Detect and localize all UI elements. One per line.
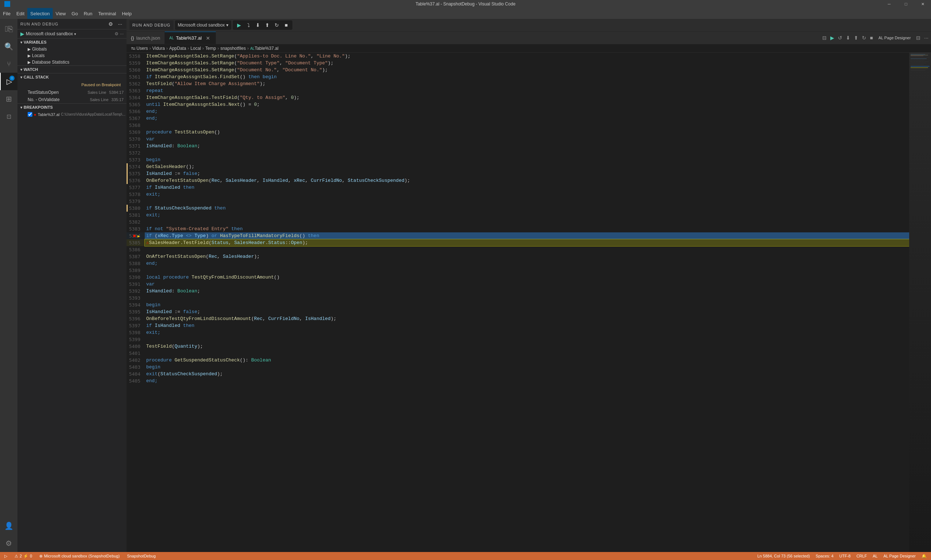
ln-5386: 5386 xyxy=(126,246,145,253)
svg-rect-1 xyxy=(911,54,925,55)
menu-go[interactable]: Go xyxy=(69,8,81,19)
refresh-btn[interactable]: ↺ xyxy=(837,34,843,42)
activity-explorer[interactable]:  ⎘ xyxy=(0,20,17,38)
more-actions-btn[interactable]: ··· xyxy=(923,34,929,42)
breadcrumb-local[interactable]: Local xyxy=(191,46,201,51)
debug-config-dropdown[interactable]: ▾ xyxy=(74,32,76,36)
line-5382: 5382 xyxy=(126,218,909,225)
split-editor-btn[interactable]: ⊟ xyxy=(821,34,828,42)
menu-terminal[interactable]: Terminal xyxy=(95,8,119,19)
panel-layout-btn[interactable]: ⊟ xyxy=(915,34,922,42)
minimize-button[interactable]: ─ xyxy=(881,0,897,8)
al-page-designer-label[interactable]: AL Page Designer xyxy=(876,35,914,40)
editor-content[interactable]: 5358 ItemChargeAsssgntSales.SetRange("Ap… xyxy=(126,53,931,552)
tab-table-al[interactable]: AL Table%37.al ✕ xyxy=(165,32,215,45)
debug-continue-btn[interactable]: ▶ xyxy=(235,21,243,29)
debug-stepout-btn[interactable]: ⬆ xyxy=(263,21,271,29)
window-title: Table%37.al - SnapshotDebug - Visual Stu… xyxy=(415,2,516,6)
line-5361: 5361 if ItemChargeAsssgntSales.FindSet()… xyxy=(126,74,909,80)
status-snapshot-debug[interactable]: SnapshotDebug xyxy=(125,554,157,558)
status-branch[interactable]: ⚠ 2 ⚡ 0 xyxy=(13,554,34,558)
callstack-item-1[interactable]: No. - OnValidate Sales Line 335:17 xyxy=(17,96,126,103)
ln-5382: 5382 xyxy=(126,218,145,225)
breadcrumb-users[interactable]: ⭾ Users xyxy=(131,46,148,51)
menu-selection[interactable]: Selection xyxy=(27,8,52,19)
activity-search[interactable]: 🔍 xyxy=(0,38,17,55)
tab-close-table[interactable]: ✕ xyxy=(205,35,211,42)
tab-launch-json[interactable]: {} launch.json xyxy=(126,32,165,45)
line-5371: 5371 IsHandled: Boolean; xyxy=(126,143,909,149)
status-notifications[interactable]: 🔔 xyxy=(920,554,928,558)
activity-account[interactable]: 👤 xyxy=(0,517,17,535)
ln-5392: 5392 xyxy=(126,288,145,295)
line-5374: 5374 GetSalesHeader(); xyxy=(126,163,909,170)
callstack-line-1: 335:17 xyxy=(111,97,124,102)
menu-view[interactable]: View xyxy=(53,8,69,19)
breadcrumb-filename[interactable]: Table%37.al xyxy=(255,46,278,51)
activity-scm[interactable]: ⑂ xyxy=(0,55,17,73)
ln-5389: 5389 xyxy=(126,267,145,274)
breadcrumb-snapshotfiles[interactable]: snapshotfiles xyxy=(220,46,246,51)
breakpoints-section-header[interactable]: ▾ BREAKPOINTS xyxy=(17,103,126,111)
activity-settings[interactable]: ⚙ xyxy=(0,535,17,552)
step-into-btn[interactable]: ⬇ xyxy=(845,34,851,42)
menu-run[interactable]: Run xyxy=(81,8,95,19)
activity-extensions[interactable]: ⊞ xyxy=(0,90,17,108)
status-eol[interactable]: CRLF xyxy=(855,554,868,558)
debug-config-more[interactable]: ··· xyxy=(120,31,124,36)
restart-btn[interactable]: ↻ xyxy=(861,34,867,42)
globals-item[interactable]: ▶ Globals xyxy=(17,46,126,52)
variables-section-header[interactable]: ▾ VARIABLES xyxy=(17,38,126,46)
step-out-btn[interactable]: ⬆ xyxy=(853,34,859,42)
status-language[interactable]: AL xyxy=(871,554,879,558)
breadcrumb-temp[interactable]: Temp xyxy=(205,46,216,51)
debug-config-settings[interactable]: ⚙ xyxy=(115,31,118,36)
database-stats-item[interactable]: ▶ Database Statistics xyxy=(17,59,126,65)
debug-stepin-btn[interactable]: ⬇ xyxy=(254,21,262,29)
debug-play-btn[interactable]: ▶ xyxy=(20,31,25,37)
status-warnings: 0 xyxy=(30,554,32,558)
tab-bar-actions: ⊟ ▶ ↺ ⬇ ⬆ ↻ ■ AL Page Designer ⊟ ··· xyxy=(820,34,931,42)
status-cursor[interactable]: Ln 5884, Col 73 (56 selected) xyxy=(756,554,811,558)
status-encoding[interactable]: UTF-8 xyxy=(838,554,852,558)
locals-item[interactable]: ▶ Locals xyxy=(17,52,126,59)
breakpoint-checkbox-0[interactable] xyxy=(28,112,32,117)
watch-section-header[interactable]: ▾ WATCH xyxy=(17,65,126,73)
status-spaces[interactable]: Spaces: 4 xyxy=(814,554,835,558)
activity-debug[interactable]: ▷ ! xyxy=(0,73,17,90)
close-button[interactable]: ✕ xyxy=(914,0,931,8)
menu-file[interactable]: File xyxy=(0,8,14,19)
breadcrumb-appdata[interactable]: AppData xyxy=(169,46,186,51)
svg-rect-12 xyxy=(911,69,926,69)
code-editor[interactable]: 5358 ItemChargeAsssgntSales.SetRange("Ap… xyxy=(126,53,909,552)
line-5393: 5393 xyxy=(126,295,909,302)
ln-5383: 5383 xyxy=(126,225,145,232)
status-al-page-designer[interactable]: AL Page Designer xyxy=(882,554,917,558)
status-bar: ▷ ⚠ 2 ⚡ 0 ⊕ Microsoft cloud sandbox (Sna… xyxy=(0,552,931,560)
line-5377: 5377 if IsHandled then xyxy=(126,184,909,191)
debug-config-name: Microsoft cloud sandbox xyxy=(26,31,73,36)
ln-5374: 5374 xyxy=(126,163,145,170)
menu-help[interactable]: Help xyxy=(119,8,135,19)
menu-edit[interactable]: Edit xyxy=(14,8,27,19)
debug-run-file-btn[interactable]: ▶ xyxy=(829,34,836,42)
run-debug-more-btn[interactable]: ··· xyxy=(116,20,124,28)
debug-restart-btn[interactable]: ↻ xyxy=(273,21,281,29)
debug-config-select[interactable]: Microsoft cloud sandbox ▾ xyxy=(175,20,231,30)
run-debug-settings-btn[interactable]: ⚙ xyxy=(107,20,114,28)
activity-al-page-designer[interactable]: ⊡ xyxy=(0,108,17,125)
callstack-item-0[interactable]: TestStatusOpen Sales Line 5384:17 xyxy=(17,89,126,96)
status-snapshot[interactable]: ⊕ Microsoft cloud sandbox (SnapshotDebug… xyxy=(38,554,121,558)
menu-bar: File Edit Selection View Go Run Terminal… xyxy=(0,8,931,19)
debug-stop-btn[interactable]: ■ xyxy=(282,21,290,29)
maximize-button[interactable]: □ xyxy=(897,0,914,8)
tab-icon-launch: {} xyxy=(131,35,134,41)
breakpoint-item-0[interactable]: ● Table%37.al C:\Users\Vidura\AppData\Lo… xyxy=(17,111,126,118)
ln-5390: 5390 xyxy=(126,274,145,281)
db-stats-chevron: ▶ xyxy=(28,60,31,65)
debug-stepover-btn[interactable]: ⤵ xyxy=(245,21,252,29)
stop-btn[interactable]: ■ xyxy=(869,34,874,42)
breadcrumb-vidura[interactable]: Vidura xyxy=(152,46,165,51)
call-stack-section-header[interactable]: ▾ CALL STACK xyxy=(17,73,126,81)
status-debug-icon[interactable]: ▷ xyxy=(3,554,9,558)
